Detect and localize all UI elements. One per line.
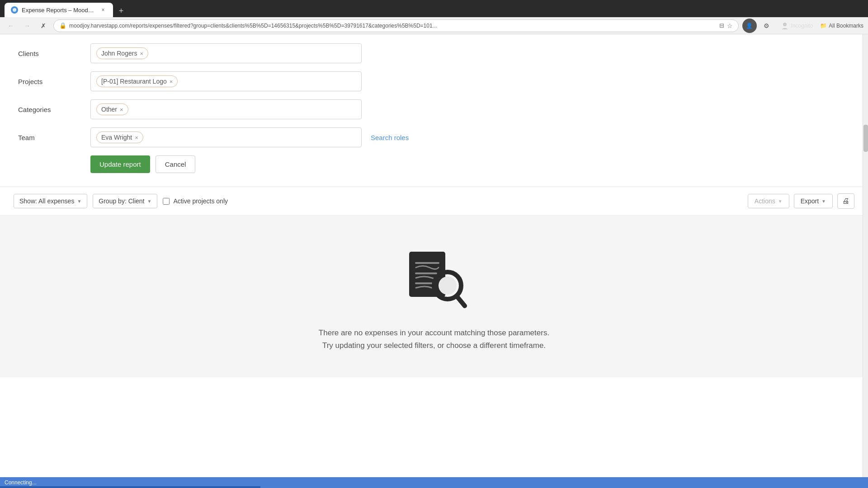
actions-dropdown[interactable]: Actions ▼ [748, 194, 789, 208]
scrollbar[interactable] [863, 34, 868, 488]
categories-row: Categories Other × [18, 99, 850, 119]
browser-window: Expense Reports – Moodjoy – × + ← → ✗ 🔒 … [0, 0, 868, 488]
clients-tag: John Rogers × [96, 47, 148, 59]
empty-state-line1: There are no expenses in your account ma… [319, 328, 549, 338]
categories-label: Categories [18, 106, 90, 113]
controls-right: Actions ▼ Export ▼ 🖨 [748, 193, 854, 209]
tab-favicon [11, 6, 18, 14]
status-progress-bar [0, 486, 260, 488]
toolbar: ← → ✗ 🔒 moodjoy.harvestapp.com/reports/e… [0, 17, 868, 34]
url-text: moodjoy.harvestapp.com/reports/expenses/… [69, 23, 717, 29]
svg-point-1 [783, 23, 787, 26]
back-button[interactable]: ← [5, 19, 17, 32]
incognito-indicator: Incognito [780, 21, 813, 30]
status-text: Connecting... [0, 479, 37, 486]
projects-tag: [P-01] Restaurant Logo × [96, 75, 178, 87]
controls-bar: Show: All expenses ▼ Group by: Client ▼ … [0, 187, 868, 216]
clients-tag-remove[interactable]: × [140, 51, 143, 56]
clients-row: Clients John Rogers × [18, 43, 850, 63]
address-bar-icons: ⊟ ☆ [719, 22, 733, 29]
empty-state-line2: Try updating your selected filters, or c… [322, 341, 546, 350]
address-bar[interactable]: 🔒 moodjoy.harvestapp.com/reports/expense… [53, 19, 739, 32]
form-buttons: Update report Cancel [90, 155, 850, 173]
reader-icon: ⊟ [719, 22, 724, 29]
export-dropdown[interactable]: Export ▼ [794, 194, 833, 208]
projects-row: Projects [P-01] Restaurant Logo × [18, 71, 850, 91]
tab-close-button[interactable]: × [99, 6, 107, 14]
categories-tag-remove[interactable]: × [120, 107, 123, 113]
reload-button[interactable]: ✗ [37, 19, 50, 32]
extensions-button[interactable]: ⚙ [760, 19, 773, 32]
export-dropdown-arrow: ▼ [821, 199, 826, 204]
scrollbar-thumb[interactable] [863, 125, 868, 152]
svg-point-7 [439, 277, 457, 295]
filter-section: Clients John Rogers × Projects [P-01] Re… [0, 34, 868, 187]
team-input[interactable]: Eva Wright × [90, 127, 362, 147]
projects-tag-remove[interactable]: × [170, 79, 173, 84]
status-bar: Connecting... [0, 477, 868, 488]
clients-label: Clients [18, 50, 90, 57]
team-tag: Eva Wright × [96, 131, 143, 143]
team-label: Team [18, 134, 90, 141]
cancel-button[interactable]: Cancel [156, 155, 196, 173]
print-button[interactable]: 🖨 [837, 193, 854, 209]
page-content: Clients John Rogers × Projects [P-01] Re… [0, 34, 868, 485]
group-by-dropdown[interactable]: Group by: Client ▼ [93, 194, 157, 208]
tab-title: Expense Reports – Moodjoy – [22, 7, 94, 14]
clients-input[interactable]: John Rogers × [90, 43, 362, 63]
update-report-button[interactable]: Update report [90, 155, 150, 173]
actions-dropdown-arrow: ▼ [778, 199, 783, 204]
team-row: Team Eva Wright × Search roles [18, 127, 850, 147]
bookmarks-label[interactable]: 📁 All Bookmarks [820, 23, 863, 29]
bookmark-icon[interactable]: ☆ [727, 22, 733, 29]
categories-tag: Other × [96, 103, 128, 115]
forward-button[interactable]: → [21, 19, 33, 32]
profile-button[interactable]: 👤 [742, 19, 757, 33]
search-roles-link[interactable]: Search roles [371, 134, 409, 141]
show-dropdown-arrow: ▼ [77, 199, 81, 204]
group-dropdown-arrow: ▼ [147, 199, 151, 204]
active-projects-checkbox[interactable] [163, 198, 170, 205]
team-tag-remove[interactable]: × [135, 135, 138, 141]
projects-label: Projects [18, 78, 90, 85]
svg-line-8 [457, 296, 465, 306]
new-tab-button[interactable]: + [115, 5, 127, 17]
active-projects-checkbox-wrap[interactable]: Active projects only [163, 197, 228, 205]
empty-state-illustration [398, 243, 470, 315]
page-body: Clients John Rogers × Projects [P-01] Re… [0, 34, 868, 488]
projects-input[interactable]: [P-01] Restaurant Logo × [90, 71, 362, 91]
categories-input[interactable]: Other × [90, 99, 362, 119]
show-dropdown[interactable]: Show: All expenses ▼ [14, 194, 87, 208]
tabs-bar: Expense Reports – Moodjoy – × + [0, 0, 868, 17]
active-tab[interactable]: Expense Reports – Moodjoy – × [5, 3, 113, 17]
print-icon: 🖨 [842, 197, 849, 205]
empty-state: There are no expenses in your account ma… [0, 216, 868, 377]
